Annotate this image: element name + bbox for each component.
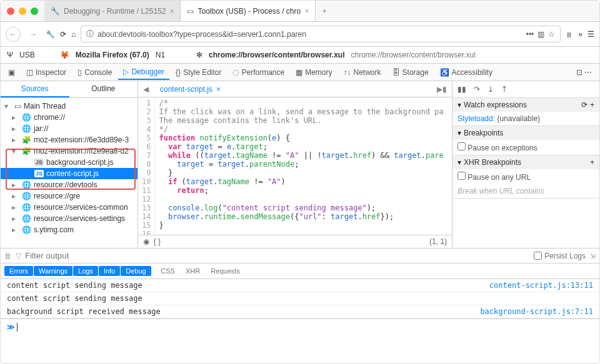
editor-tab-content-script[interactable]: content-script.js× — [154, 82, 227, 96]
new-tab-button[interactable]: ＋ — [316, 6, 333, 16]
overflow-icon[interactable]: » — [578, 30, 582, 39]
forward-button[interactable]: → — [26, 27, 41, 42]
tree-item[interactable]: ▸🌐 resource://devtools — [1, 179, 138, 190]
wrench-icon[interactable]: 🔧 — [46, 30, 55, 39]
url-bar[interactable]: ⓘ about:devtools-toolbox?type=process&id… — [81, 26, 561, 42]
page-actions-icon[interactable]: ••• — [526, 30, 534, 39]
tree-item[interactable]: ▸🧩 moz-extension://6e3dd89e-3 — [1, 134, 138, 145]
filter-icon: ▽ — [16, 252, 21, 260]
log-message: content script sending message — [7, 294, 142, 303]
console-category-filters: Errors Warnings Logs Info Debug CSS XHR … — [1, 263, 599, 279]
watch-header[interactable]: ▾Watch expressions⟳ + — [452, 98, 599, 112]
log-source-link[interactable]: content-script.js:13:11 — [489, 281, 593, 290]
filter-errors[interactable]: Errors — [4, 266, 33, 276]
tree-item[interactable]: ▸🌐 resource://services-common — [1, 202, 138, 213]
xhr-breakpoints-header[interactable]: ▾XHR Breakpoints+ — [452, 155, 599, 169]
zoom-window-icon[interactable] — [31, 7, 38, 15]
connection-label: USB — [19, 51, 35, 59]
prettify-icon[interactable]: { } — [154, 237, 161, 246]
menu-icon[interactable]: ☰ — [588, 30, 594, 39]
console-row: background script received messagebackgr… — [1, 305, 599, 318]
add-icon[interactable]: + — [590, 101, 594, 109]
trash-icon[interactable]: 🗑 — [4, 252, 12, 260]
sources-tree: ▾▭ Main Thread ▸🌐 chrome://▸🌐 jar://▸🧩 m… — [1, 98, 138, 248]
tree-item[interactable]: ▾🧩 moz-extension://ff2e9ea8-d2 — [1, 145, 138, 157]
outline-tab[interactable]: Outline — [69, 81, 138, 97]
sources-sidebar: Sources Outline ▾▭ Main Thread ▸🌐 chrome… — [1, 81, 138, 248]
filter-warnings[interactable]: Warnings — [34, 266, 72, 276]
tab-style-editor[interactable]: {} Style Editor — [171, 66, 226, 79]
tab-network[interactable]: ↑↓ Network — [339, 66, 386, 79]
watch-expr-name[interactable]: Styletoadd: — [458, 114, 495, 123]
tab-inspector[interactable]: ◫ Inspector — [21, 66, 71, 79]
library-icon[interactable]: ⫼ — [566, 30, 573, 39]
filter-css[interactable]: CSS — [156, 266, 180, 276]
close-window-icon[interactable] — [7, 7, 14, 15]
reader-icon[interactable]: ▥ — [538, 30, 544, 39]
pause-any-url-checkbox[interactable] — [458, 172, 466, 180]
js-icon: JS — [34, 159, 44, 166]
globe-icon: 🌐 — [22, 180, 31, 189]
browser-tab-debugging[interactable]: 🔧 Debugging - Runtime / L25152 × — [44, 1, 181, 21]
code-body[interactable]: /* If the click was on a link, send a me… — [155, 97, 447, 235]
toggle-sidebar-icon[interactable]: ◀ — [138, 82, 154, 96]
tab-storage[interactable]: 🗄 Storage — [388, 66, 434, 79]
pause-exceptions-checkbox[interactable] — [458, 142, 466, 150]
tree-item[interactable]: JS content-script.js — [1, 168, 138, 179]
thread-root[interactable]: ▾▭ Main Thread — [1, 101, 138, 112]
tab-console[interactable]: ▯ Console — [72, 66, 117, 79]
minimize-window-icon[interactable] — [19, 7, 26, 15]
tree-item[interactable]: ▸🌐 resource://gre — [1, 190, 138, 202]
target-url-plain: chrome://browser/content/browser.xul — [351, 51, 475, 59]
globe-icon: 🌐 — [22, 192, 31, 200]
persist-logs-checkbox[interactable] — [534, 252, 542, 260]
reload-button[interactable]: ⟳ — [60, 30, 66, 39]
filter-info[interactable]: Info — [99, 266, 120, 276]
tab-performance[interactable]: ◌ Performance — [228, 66, 289, 79]
info-icon[interactable]: ⓘ — [86, 29, 94, 39]
debugger-controls: ▮▮ ↷ ⤓ ⤒ — [452, 81, 599, 98]
toolbox-options-icon[interactable]: ⊡ ⋯ — [571, 66, 597, 79]
resume-button[interactable]: ▮▮ — [458, 85, 466, 94]
browser-tab-strip: 🔧 Debugging - Runtime / L25152 × ▭ Toolb… — [1, 1, 599, 22]
tree-item[interactable]: ▸🌐 chrome:// — [1, 112, 138, 123]
console-input[interactable]: ≫ — [1, 318, 599, 335]
sources-tab[interactable]: Sources — [1, 81, 69, 97]
home-button[interactable]: ⌂ — [71, 30, 76, 39]
refresh-icon[interactable]: ⟳ — [581, 101, 588, 109]
step-in-button[interactable]: ⤓ — [488, 85, 494, 94]
filter-input[interactable] — [25, 251, 530, 260]
close-icon[interactable]: × — [216, 85, 221, 94]
filter-xhr[interactable]: XHR — [181, 266, 205, 276]
tree-item[interactable]: ▸🌐 jar:// — [1, 123, 138, 134]
log-message: content script sending message — [7, 281, 142, 290]
device-label: N1 — [156, 51, 165, 59]
tree-item[interactable]: ▸🌐 s.ytimg.com — [1, 224, 138, 235]
tab-accessibility[interactable]: ♿ Accessibility — [435, 66, 498, 79]
log-source-link[interactable]: background-script.js:7:11 — [480, 307, 593, 316]
eye-icon[interactable]: ◉ — [143, 237, 149, 246]
step-out-button[interactable]: ⤒ — [501, 85, 508, 94]
breakpoints-header[interactable]: ▾Breakpoints — [452, 126, 599, 140]
add-icon[interactable]: + — [590, 158, 594, 167]
tree-item[interactable]: ▸🌐 resource://services-settings — [1, 213, 138, 224]
tree-item[interactable]: JS background-script.js — [1, 157, 138, 168]
back-button[interactable]: ← — [6, 27, 21, 42]
star-icon[interactable]: ☆ — [548, 30, 555, 39]
iframe-picker-icon[interactable]: ▣ — [3, 66, 20, 79]
split-console-icon[interactable]: ⇲ — [589, 252, 596, 260]
filter-requests[interactable]: Requests — [206, 266, 244, 276]
window-controls — [1, 2, 44, 20]
close-icon[interactable]: × — [304, 7, 309, 16]
navigation-toolbar: ← → 🔧 ⟳ ⌂ ⓘ about:devtools-toolbox?type=… — [1, 22, 599, 47]
step-over-button[interactable]: ↷ — [474, 85, 480, 94]
filter-logs[interactable]: Logs — [73, 266, 98, 276]
usb-icon: Ψ — [7, 51, 13, 59]
tab-debugger[interactable]: ▷ Debugger — [118, 65, 169, 80]
tab-memory[interactable]: ▦ Memory — [291, 66, 337, 79]
filter-debug[interactable]: Debug — [121, 266, 151, 276]
browser-tab-toolbox[interactable]: ▭ Toolbox (USB) - Process / chro × — [181, 1, 316, 21]
run-to-icon[interactable]: ▶▮ — [432, 82, 452, 96]
close-icon[interactable]: × — [169, 7, 174, 16]
console-row: content script sending messagecontent-sc… — [1, 279, 599, 292]
